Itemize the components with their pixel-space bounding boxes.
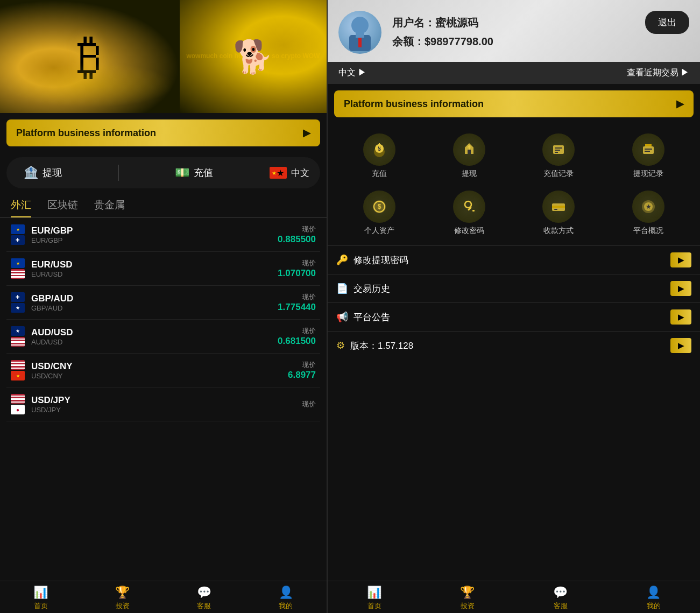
version-left: ⚙ 版本：1.57.128 xyxy=(336,340,413,352)
deposit-button[interactable]: 💵 充值 xyxy=(168,163,220,183)
change-withdraw-password-arrow[interactable]: ▶ xyxy=(670,252,691,267)
nav-home[interactable]: 📊 首页 xyxy=(0,586,82,611)
right-nav-home[interactable]: 📊 首页 xyxy=(328,586,421,611)
nav-support[interactable]: 💬 客服 xyxy=(164,586,245,611)
announcement-icon: 📢 xyxy=(336,311,348,323)
svg-text:$: $ xyxy=(378,203,381,210)
transaction-history-text: 交易历史 xyxy=(353,283,390,295)
personal-assets-label: 个人资产 xyxy=(364,226,394,236)
tab-blockchain[interactable]: 区块链 xyxy=(47,198,78,217)
withdraw-button[interactable]: 🏦 提现 xyxy=(17,163,68,183)
eur-gbp-price: 现价 0.885500 xyxy=(278,224,316,245)
right-lang-row: 中文 ▶ 查看近期交易 ▶ xyxy=(328,62,700,84)
payment-method-button[interactable]: 收款方式 xyxy=(515,186,602,240)
eur-usd-flags: ★ xyxy=(11,258,25,279)
left-language-button[interactable]: ★ 中文 xyxy=(270,167,309,179)
version-text: 版本：1.57.128 xyxy=(350,340,413,352)
svg-rect-23 xyxy=(554,209,557,210)
table-row[interactable]: ● USD/JPY USD/JPY 现价 xyxy=(6,387,320,421)
table-row[interactable]: ★ USD/CNY USD/CNY 现价 6.8977 xyxy=(6,354,320,387)
usd-cny-price: 现价 6.8977 xyxy=(288,360,316,381)
bitcoin-section: ₿ xyxy=(0,0,180,113)
platform-overview-button[interactable]: ★ 平台概况 xyxy=(605,186,692,240)
deposit-icon: 💵 xyxy=(175,166,189,180)
recharge-button[interactable]: $ 充值 xyxy=(336,129,423,183)
left-info-banner-arrow: ▶ xyxy=(303,127,310,139)
right-nav-invest-label: 投资 xyxy=(461,601,475,611)
right-nav-support[interactable]: 💬 客服 xyxy=(514,586,607,611)
right-language-button[interactable]: 中文 ▶ xyxy=(338,67,366,79)
eur-usd-info: EUR/USD EUR/USD xyxy=(31,259,278,278)
nav-home-label: 首页 xyxy=(34,601,48,611)
withdraw-records-label: 提现记录 xyxy=(633,169,663,179)
gb-flag-icon: ✚ xyxy=(11,235,25,245)
user-balance-row: 余额：$98977798.00 xyxy=(392,34,689,49)
tab-forex[interactable]: 外汇 xyxy=(11,198,31,217)
history-icon: 📄 xyxy=(336,283,348,294)
nav-support-label: 客服 xyxy=(197,601,211,611)
logout-button[interactable]: 退出 xyxy=(645,11,689,34)
right-lang-label: 中文 ▶ xyxy=(338,67,366,79)
withdraw-button[interactable]: 提现 xyxy=(426,129,513,183)
aud-usd-flags: ★ xyxy=(11,326,25,347)
withdraw-icon: 🏦 xyxy=(24,166,38,180)
version-row: ⚙ 版本：1.57.128 ▶ xyxy=(328,331,700,360)
mine-icon: 👤 xyxy=(646,586,661,600)
platform-announcement-arrow[interactable]: ▶ xyxy=(670,309,691,325)
eu-flag-icon: ★ xyxy=(11,258,25,268)
balance-value: $98977798.00 xyxy=(425,36,493,47)
currency-code: GBP/AUD xyxy=(31,304,278,312)
username-label: 用户名： xyxy=(392,17,435,29)
nav-mine[interactable]: 👤 我的 xyxy=(245,586,327,611)
change-password-button[interactable]: 修改密码 xyxy=(426,186,513,240)
withdraw-icon xyxy=(453,133,485,166)
personal-assets-button[interactable]: $ 个人资产 xyxy=(336,186,423,240)
transaction-history-arrow[interactable]: ▶ xyxy=(670,281,691,296)
left-bottom-nav: 📊 首页 🏆 投资 💬 客服 👤 我的 xyxy=(0,581,327,613)
version-icon: ⚙ xyxy=(336,340,345,351)
payment-method-label: 收款方式 xyxy=(543,226,574,236)
right-nav-invest[interactable]: 🏆 投资 xyxy=(421,586,514,611)
tab-precious-metals[interactable]: 贵金属 xyxy=(94,198,125,217)
right-info-banner-arrow: ▶ xyxy=(676,98,684,110)
doge-section: wowmuch coin how money so crypto WOW 🐕 xyxy=(180,0,327,113)
platform-announcement-item[interactable]: 📢 平台公告 ▶ xyxy=(328,302,700,331)
transaction-history-item[interactable]: 📄 交易历史 ▶ xyxy=(328,274,700,302)
withdraw-records-icon xyxy=(632,133,664,166)
nav-invest[interactable]: 🏆 投资 xyxy=(82,586,164,611)
change-password-label: 修改密码 xyxy=(454,226,484,236)
withdraw-label: 提现 xyxy=(43,166,62,179)
eur-gbp-flags: ★ ✚ xyxy=(11,224,25,245)
table-row[interactable]: ★ AUD/USD AUD/USD 现价 0.681500 xyxy=(6,320,320,354)
svg-point-0 xyxy=(351,17,369,34)
right-info-banner[interactable]: Platform business information ▶ xyxy=(334,90,694,117)
change-withdraw-password-item[interactable]: 🔑 修改提现密码 ▶ xyxy=(328,245,700,274)
recent-transactions-button[interactable]: 查看近期交易 ▶ xyxy=(627,67,689,79)
svg-rect-3 xyxy=(358,38,362,47)
table-row[interactable]: ★ EUR/USD EUR/USD 现价 1.070700 xyxy=(6,252,320,286)
gbp-aud-flags: ✚ ★ xyxy=(11,292,25,313)
cn-flag-icon: ★ xyxy=(11,371,25,381)
table-row[interactable]: ✚ ★ GBP/AUD GBP/AUD 现价 1.775440 xyxy=(6,286,320,320)
currency-name: GBP/AUD xyxy=(31,293,278,304)
user-card: 用户名：蜜桃源码 余额：$98977798.00 退出 xyxy=(328,0,700,62)
withdraw-records-button[interactable]: 提现记录 xyxy=(605,129,692,183)
svg-rect-10 xyxy=(555,150,560,151)
recharge-records-label: 充值记录 xyxy=(543,169,574,179)
change-password-icon xyxy=(453,191,485,223)
recharge-records-button[interactable]: 充值记录 xyxy=(515,129,602,183)
menu-left: 🔑 修改提现密码 xyxy=(336,254,408,266)
price-label: 现价 xyxy=(278,258,316,268)
gbp-aud-info: GBP/AUD GBP/AUD xyxy=(31,293,278,312)
table-row[interactable]: ★ ✚ EUR/GBP EUR/GBP 现价 0.885500 xyxy=(6,218,320,252)
usd-jpy-flags: ● xyxy=(11,394,25,414)
svg-text:★: ★ xyxy=(645,203,651,210)
right-nav-mine[interactable]: 👤 我的 xyxy=(607,586,700,611)
currency-tabs: 外汇 区块链 贵金属 xyxy=(0,193,327,218)
nav-invest-label: 投资 xyxy=(116,601,130,611)
left-info-banner[interactable]: Platform business information ▶ xyxy=(6,119,320,146)
currency-code: USD/CNY xyxy=(31,372,288,380)
version-arrow[interactable]: ▶ xyxy=(670,338,691,353)
right-nav-support-label: 客服 xyxy=(554,601,568,611)
currency-name: EUR/USD xyxy=(31,259,278,270)
